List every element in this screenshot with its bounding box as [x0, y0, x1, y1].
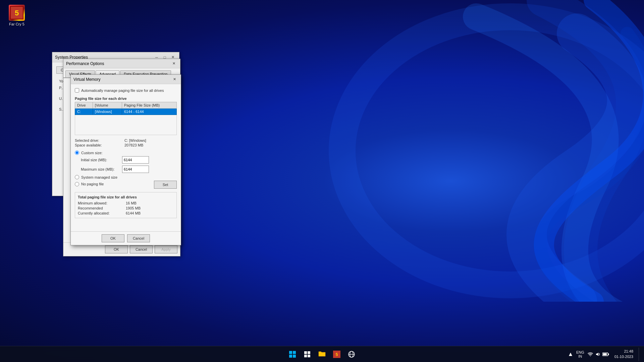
min-allowed-value: 16 MB — [126, 201, 174, 205]
drive-info-grid: Selected drive: C: [Windows] Space avail… — [75, 138, 177, 147]
cell-volume: [Windows] — [93, 109, 122, 115]
recommended-label: Recommended — [78, 206, 125, 210]
taskbar-clock[interactable]: 21:48 01-10-2023 — [612, 349, 636, 359]
taskbar-icons: 5 — [286, 348, 358, 361]
svg-text:5: 5 — [336, 352, 338, 357]
initial-size-input[interactable] — [122, 156, 149, 164]
clock-time: 21:48 — [614, 349, 633, 354]
taskbar-network-button[interactable] — [345, 348, 358, 361]
max-size-label: Maximum size (MB): — [81, 167, 119, 171]
svg-rect-19 — [608, 353, 609, 355]
wifi-icon[interactable] — [588, 352, 593, 357]
battery-icon[interactable] — [602, 352, 609, 356]
dialog-overlay: System Properties ─ □ ✕ Com... Advanced … — [0, 0, 644, 362]
taskbar-search-button[interactable] — [301, 348, 314, 361]
max-size-row: Maximum size (MB): — [81, 166, 177, 173]
selected-drive-label: Selected drive: — [75, 138, 122, 142]
virt-ok-button[interactable]: OK — [102, 234, 124, 242]
taskbar: 5 ENG IN — [0, 346, 644, 362]
col-drive: Drive — [75, 102, 93, 109]
performance-ok-button[interactable]: OK — [105, 245, 128, 253]
system-managed-label[interactable]: System managed size — [81, 175, 117, 179]
virt-cancel-button[interactable]: Cancel — [127, 234, 150, 242]
taskbar-explorer-button[interactable] — [315, 348, 329, 361]
svg-rect-5 — [293, 351, 296, 354]
svg-marker-17 — [569, 353, 572, 356]
paging-section-title: Paging file size for each drive — [75, 97, 177, 101]
clock-date: 01-10-2023 — [614, 354, 633, 359]
virtual-memory-dialog: Virtual Memory ✕ Automatically manage pa… — [70, 74, 181, 245]
auto-manage-label[interactable]: Automatically manage paging file size fo… — [81, 88, 164, 93]
drive-table: Drive [Volume Paging File Size (MB) C: [… — [75, 102, 177, 135]
desktop: 5 Far Cry 5 System Properties ─ □ ✕ Com.… — [0, 0, 644, 362]
currently-allocated-label: Currently allocated: — [78, 211, 125, 215]
no-paging-row: No paging file — [75, 182, 104, 186]
space-available-value: 207823 MB — [124, 143, 177, 147]
no-paging-label[interactable]: No paging file — [81, 182, 104, 186]
virtual-memory-content: Automatically manage paging file size fo… — [71, 84, 181, 226]
taskbar-right: ENG IN — [568, 348, 640, 361]
virtual-memory-footer: OK Cancel — [71, 231, 181, 245]
space-available-label: Space available: — [75, 143, 122, 147]
currently-allocated-value: 6144 MB — [126, 211, 174, 215]
virtual-memory-close[interactable]: ✕ — [171, 76, 178, 83]
set-button[interactable]: Set — [154, 181, 177, 189]
performance-cancel-button[interactable]: Cancel — [130, 245, 153, 253]
min-allowed-label: Minimum allowed: — [78, 201, 125, 205]
virtual-memory-title: Virtual Memory — [73, 77, 100, 82]
sound-icon[interactable] — [595, 352, 600, 357]
no-paging-radio[interactable] — [75, 182, 79, 186]
custom-size-label[interactable]: Custom size: — [81, 151, 103, 155]
svg-rect-10 — [304, 355, 307, 357]
selected-drive-value: C: [Windows] — [124, 138, 177, 142]
svg-rect-6 — [289, 355, 292, 358]
lang-secondary: IN — [576, 354, 584, 358]
svg-rect-20 — [603, 353, 607, 355]
virtual-memory-controls[interactable]: ✕ — [171, 76, 178, 83]
tray-arrow-icon[interactable] — [568, 352, 573, 357]
lang-primary: ENG — [576, 350, 584, 354]
performance-apply-button[interactable]: Apply — [155, 245, 177, 253]
max-size-input[interactable] — [122, 166, 149, 173]
svg-rect-7 — [293, 355, 296, 358]
system-managed-radio[interactable] — [75, 175, 79, 179]
performance-options-title: Performance Options — [66, 61, 104, 66]
custom-size-row: Custom size: — [75, 150, 177, 155]
paging-radio-group: Custom size: Initial size (MB): Maximum … — [75, 150, 177, 189]
total-paging-section: Total paging file size for all drives Mi… — [75, 192, 177, 218]
taskbar-tray: ENG IN — [568, 350, 609, 358]
custom-size-radio[interactable] — [75, 150, 79, 155]
drive-row-c[interactable]: C: [Windows] 6144 - 6144 — [75, 109, 177, 115]
performance-options-controls[interactable]: ✕ — [170, 60, 177, 67]
initial-size-row: Initial size (MB): — [81, 156, 177, 164]
svg-rect-11 — [308, 355, 310, 357]
total-info-grid: Minimum allowed: 16 MB Recommended 1905 … — [78, 201, 174, 215]
show-desktop-button[interactable] — [639, 348, 640, 361]
svg-rect-9 — [308, 351, 310, 354]
svg-rect-4 — [289, 351, 292, 354]
system-managed-row: System managed size — [75, 175, 177, 179]
auto-manage-row: Automatically manage paging file size fo… — [75, 88, 177, 93]
performance-options-titlebar: Performance Options ✕ — [63, 59, 180, 68]
taskbar-language[interactable]: ENG IN — [575, 350, 586, 358]
performance-options-close[interactable]: ✕ — [170, 60, 177, 67]
drive-row-empty — [75, 115, 177, 135]
svg-rect-8 — [304, 351, 307, 354]
col-volume: [Volume — [93, 102, 122, 109]
taskbar-farcry5-button[interactable]: 5 — [330, 348, 343, 361]
taskbar-start-button[interactable] — [286, 348, 299, 361]
recommended-value: 1905 MB — [126, 206, 174, 210]
virtual-memory-titlebar: Virtual Memory ✕ — [71, 75, 181, 84]
total-section-title: Total paging file size for all drives — [78, 195, 174, 199]
auto-manage-checkbox[interactable] — [75, 88, 79, 93]
cell-pagesize: 6144 - 6144 — [122, 109, 176, 115]
initial-size-label: Initial size (MB): — [81, 158, 119, 162]
col-size: Paging File Size (MB) — [122, 102, 176, 109]
cell-drive: C: — [75, 109, 93, 115]
